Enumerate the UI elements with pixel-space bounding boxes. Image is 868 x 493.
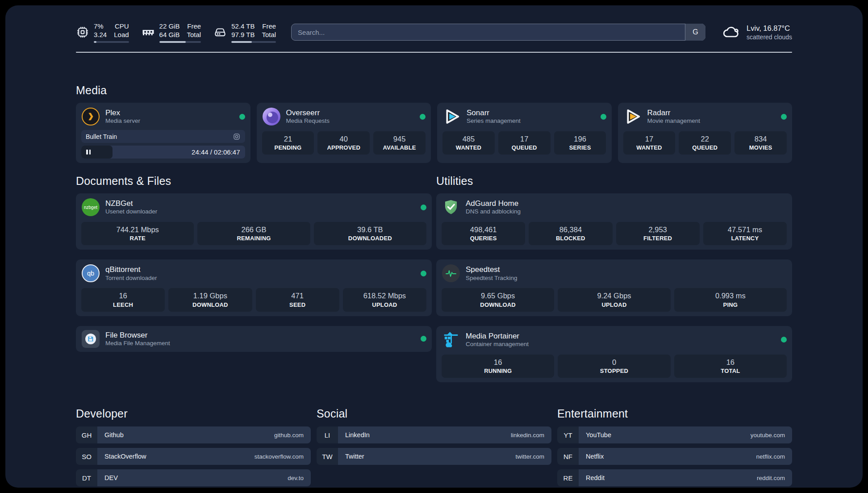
cloud-icon [722,25,741,40]
plex-progress-row: 24:44 / 02:06:47 [81,146,245,159]
filebrowser-subtitle: Media File Management [105,340,170,347]
qbittorrent-subtitle: Torrent downloader [105,275,157,282]
speedtest-title: Speedtest [466,265,517,274]
radarr-title: Radarr [647,108,701,117]
search-input[interactable] [291,24,705,41]
filebrowser-icon [82,330,100,348]
qbittorrent-card[interactable]: qb qBittorrent Torrent downloader 16LEEC… [76,259,432,316]
portainer-card[interactable]: Media Portainer Container management 16R… [436,326,792,382]
plex-title: Plex [105,108,140,117]
radarr-subtitle: Movie management [647,117,701,125]
overseerr-card[interactable]: Overseerr Media Requests 21PENDING 40APP… [257,103,431,163]
stat-box: 1.19 GbpsDOWNLOAD [168,288,252,311]
bookmark-reddit[interactable]: RE Redditreddit.com [557,469,792,486]
weather-location-temp: Lviv, 16.87°C [747,24,792,33]
bookmark-stackoverflow[interactable]: SO StackOverflowstackoverflow.com [76,448,311,465]
bookmark-twitter[interactable]: TW Twittertwitter.com [317,448,551,465]
cpu-load: 3.24 [94,30,107,39]
bookmark-linkedin[interactable]: LI LinkedInlinkedin.com [317,426,551,443]
now-playing-title: Bullet Train [86,133,117,140]
stat-box: 40APPROVED [317,131,370,155]
documents-column: Documents & Files nzbget NZBGet Usenet d… [76,175,432,352]
speedtest-card[interactable]: Speedtest Speedtest Tracking 9.65 GbpsDO… [436,259,792,316]
radarr-icon [623,107,642,126]
entertainment-column: Entertainment YT YouTubeyoutube.com NF N… [557,407,792,491]
sonarr-status-dot [601,114,606,120]
sonarr-card[interactable]: Sonarr Series management 485WANTED 17QUE… [437,103,612,163]
nzbget-status-dot [421,205,426,210]
adguard-card[interactable]: AdGuard Home DNS and adblocking 498,461Q… [436,193,792,250]
disk-label-bottom: Total [262,30,276,39]
media-grid: Plex Media server Bullet Train 24:44 / 0… [76,103,792,163]
stat-box: 485WANTED [442,131,495,155]
social-column: Social LI LinkedInlinkedin.com TW Twitte… [317,407,551,491]
stat-box: 0.993 msPING [674,288,787,311]
developer-section-heading: Developer [76,407,311,420]
sonarr-title: Sonarr [467,108,521,117]
stat-box: 266 GBREMAINING [197,222,310,245]
utilities-section-heading: Utilities [436,175,792,188]
reddit-icon: RE [557,469,579,486]
radarr-status-dot [781,114,787,120]
media-section-heading: Media [76,84,792,97]
qbittorrent-title: qBittorrent [105,265,157,274]
adguard-subtitle: DNS and adblocking [466,208,521,216]
plex-subtitle: Media server [105,117,140,125]
disk-total: 97.9 TB [231,30,255,39]
cpu-stat: 7% 3.24 CPU Load [76,22,129,43]
portainer-title: Media Portainer [466,331,529,341]
stat-box: 834MOVIES [734,131,787,155]
stat-box: 47.571 msLATENCY [703,222,787,245]
stat-box: 21PENDING [262,131,314,155]
stat-box: 9.65 GbpsDOWNLOAD [442,288,554,311]
header-divider [76,52,792,53]
memory-progress-bar [159,41,201,43]
qbittorrent-status-dot [421,271,426,276]
bookmark-github[interactable]: GH Githubgithub.com [76,426,311,443]
portainer-status-dot [781,337,787,343]
nzbget-title: NZBGet [105,199,157,208]
memory-label-bottom: Total [187,30,201,39]
now-playing-time: 24:44 / 02:06:47 [192,148,245,156]
now-playing-session-icon[interactable] [233,133,241,141]
stackoverflow-icon: SO [76,448,97,465]
youtube-icon: YT [557,426,579,443]
netflix-icon: NF [557,448,579,465]
disk-icon [213,25,227,39]
stat-box: 618.52 MbpsUPLOAD [343,288,426,311]
overseerr-title: Overseerr [286,108,330,117]
cpu-usage: 7% [94,22,107,31]
stat-box: 471SEED [256,288,339,311]
sonarr-icon [442,107,461,126]
stat-box: 945AVAILABLE [373,131,426,155]
nzbget-card[interactable]: nzbget NZBGet Usenet downloader 744.21 M… [76,193,432,250]
cpu-label-top: CPU [114,22,129,31]
cpu-icon [76,25,89,39]
pause-icon[interactable] [86,150,91,155]
stat-box: 16TOTAL [674,355,787,378]
stat-box: 744.21 MbpsRATE [81,222,194,245]
disk-free: 52.4 TB [231,22,255,31]
stat-box: 9.24 GbpsUPLOAD [558,288,670,311]
cpu-label-bottom: Load [114,30,129,39]
plex-now-playing[interactable]: Bullet Train [81,130,245,143]
search-engine-label: G [693,28,698,36]
weather-condition: scattered clouds [747,33,792,41]
search-engine-button[interactable]: G [685,24,705,41]
filebrowser-card[interactable]: File Browser Media File Management [76,326,432,352]
stat-box: 2,953FILTERED [616,222,700,245]
stat-box: 39.6 TBDOWNLOADED [314,222,426,245]
bookmark-dev[interactable]: DT DEVdev.to [76,469,311,486]
plex-card[interactable]: Plex Media server Bullet Train 24:44 / 0… [76,103,250,163]
search-bar: G [291,24,705,41]
overseerr-icon [263,108,280,125]
header: 7% 3.24 CPU Load [76,20,792,45]
linkedin-icon: LI [317,426,338,443]
bookmark-netflix[interactable]: NF Netflixnetflix.com [557,448,792,465]
twitter-icon: TW [317,448,338,465]
radarr-card[interactable]: Radarr Movie management 17WANTED 22QUEUE… [618,103,793,163]
weather-widget[interactable]: Lviv, 16.87°C scattered clouds [722,24,792,40]
memory-icon [142,25,155,39]
adguard-title: AdGuard Home [466,199,521,208]
bookmark-youtube[interactable]: YT YouTubeyoutube.com [557,426,792,443]
